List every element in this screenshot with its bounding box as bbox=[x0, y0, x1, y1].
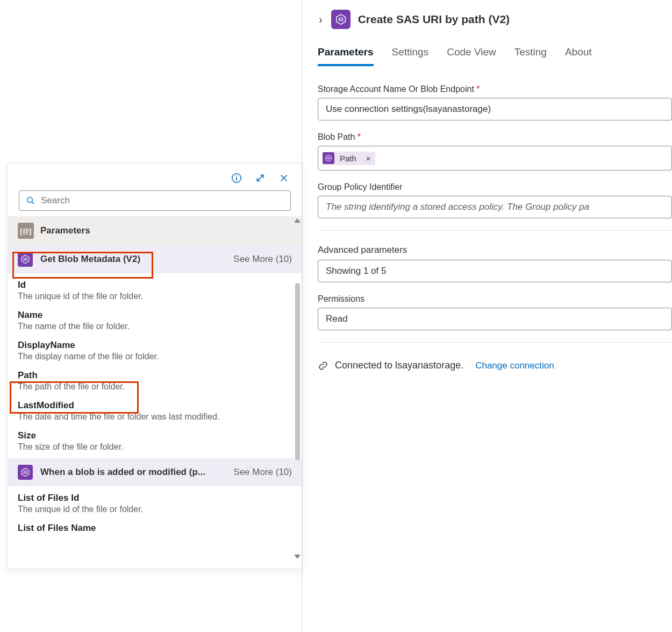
connection-text: Connected to lsayanastorage. bbox=[335, 360, 463, 371]
scroll-up-arrow-icon[interactable] bbox=[294, 218, 301, 223]
item-title: Name bbox=[18, 310, 292, 321]
token-remove-icon[interactable]: × bbox=[362, 152, 375, 165]
tab-settings[interactable]: Settings bbox=[392, 46, 429, 66]
tab-parameters[interactable]: Parameters bbox=[318, 46, 374, 66]
output-item-id[interactable]: Id The unique id of the file or folder. bbox=[8, 275, 302, 306]
item-desc: The size of the file or folder. bbox=[18, 442, 292, 452]
item-title: Id bbox=[18, 280, 292, 290]
search-input[interactable] bbox=[41, 195, 284, 206]
required-asterisk: * bbox=[476, 84, 480, 94]
scroll-down-arrow-icon[interactable] bbox=[294, 555, 301, 559]
panel-tabs: Parameters Settings Code View Testing Ab… bbox=[318, 40, 672, 66]
item-desc: The unique id of the file or folder. bbox=[18, 292, 292, 301]
field-label: Blob Path * bbox=[318, 132, 672, 142]
group-header-label: Parameters bbox=[40, 225, 90, 236]
see-more-link[interactable]: See More (10) bbox=[233, 254, 292, 265]
item-desc: The date and time the file or folder was… bbox=[18, 412, 292, 422]
item-title: Path bbox=[18, 370, 292, 381]
output-item-lastmodified[interactable]: LastModified The date and time the file … bbox=[8, 396, 302, 426]
output-item-listfiles-name[interactable]: List of Files Name bbox=[8, 519, 302, 538]
token-label: Path bbox=[334, 152, 362, 165]
field-group-policy: Group Policy Identifier bbox=[318, 182, 672, 218]
connector-icon bbox=[331, 10, 351, 29]
output-item-listfiles-id[interactable]: List of Files Id The unique id of the fi… bbox=[8, 488, 302, 519]
field-blob-path: Blob Path * Path × bbox=[318, 132, 672, 171]
output-item-size[interactable]: Size The size of the file or folder. bbox=[8, 426, 302, 456]
tab-testing[interactable]: Testing bbox=[514, 46, 547, 66]
divider bbox=[318, 342, 672, 343]
item-desc: The display name of the file or folder. bbox=[18, 352, 292, 361]
token-icon bbox=[323, 152, 334, 164]
panel-header: › Create SAS URI by path (V2) bbox=[318, 6, 672, 40]
output-item-path[interactable]: Path The path of the file or folder. bbox=[8, 366, 302, 396]
output-list-trigger: List of Files Id The unique id of the fi… bbox=[8, 486, 302, 540]
field-label: Group Policy Identifier bbox=[318, 182, 672, 192]
item-title: LastModified bbox=[18, 400, 292, 411]
picker-scrollbar[interactable] bbox=[294, 218, 301, 559]
parameters-icon: [@] bbox=[18, 223, 34, 239]
permissions-select[interactable] bbox=[318, 308, 672, 330]
section-title: Advanced parameters bbox=[318, 245, 672, 255]
group-policy-input[interactable] bbox=[318, 196, 672, 218]
item-desc: The path of the file or folder. bbox=[18, 382, 292, 392]
action-config-panel: › Create SAS URI by path (V2) Parameters… bbox=[302, 0, 672, 632]
item-title: List of Files Name bbox=[18, 523, 292, 534]
action-name: Get Blob Metadata (V2) bbox=[40, 254, 140, 265]
item-desc: The name of the file or folder. bbox=[18, 322, 292, 331]
panel-title: Create SAS URI by path (V2) bbox=[358, 13, 510, 26]
picker-topbar bbox=[8, 164, 302, 190]
info-icon[interactable] bbox=[231, 172, 242, 184]
picker-scroll-area: [@] Parameters Get Blob Metadata (V2) Se… bbox=[8, 216, 302, 561]
item-title: DisplayName bbox=[18, 340, 292, 351]
divider bbox=[318, 230, 672, 231]
see-more-link[interactable]: See More (10) bbox=[233, 467, 292, 478]
output-list-metadata: Id The unique id of the file or folder. … bbox=[8, 273, 302, 458]
dynamic-content-picker: [@] Parameters Get Blob Metadata (V2) Se… bbox=[8, 163, 302, 569]
item-desc: The unique id of the file or folder. bbox=[18, 505, 292, 514]
label-text: Storage Account Name Or Blob Endpoint bbox=[318, 84, 474, 94]
tab-about[interactable]: About bbox=[565, 46, 592, 66]
output-item-name[interactable]: Name The name of the file or folder. bbox=[8, 306, 302, 336]
change-connection-link[interactable]: Change connection bbox=[475, 360, 554, 371]
output-item-displayname[interactable]: DisplayName The display name of the file… bbox=[8, 336, 302, 366]
connection-row: Connected to lsayanastorage. Change conn… bbox=[318, 360, 672, 371]
link-icon bbox=[318, 360, 328, 371]
tab-codeview[interactable]: Code View bbox=[447, 46, 496, 66]
label-text: Blob Path bbox=[318, 132, 355, 141]
action-row-blob-trigger[interactable]: When a blob is added or modified (p... S… bbox=[8, 458, 302, 486]
advanced-params-select[interactable] bbox=[318, 260, 672, 282]
connector-icon bbox=[18, 465, 33, 480]
blob-path-input[interactable]: Path × bbox=[318, 146, 672, 171]
field-permissions: Permissions bbox=[318, 294, 672, 330]
action-name: When a blob is added or modified (p... bbox=[40, 467, 205, 478]
item-title: Size bbox=[18, 430, 292, 441]
collapse-chevron-icon[interactable]: › bbox=[318, 13, 324, 26]
required-asterisk: * bbox=[358, 132, 361, 141]
action-row-get-blob-metadata[interactable]: Get Blob Metadata (V2) See More (10) bbox=[8, 245, 302, 273]
advanced-parameters-section: Advanced parameters bbox=[318, 245, 672, 282]
storage-account-input[interactable] bbox=[318, 98, 672, 120]
field-label: Storage Account Name Or Blob Endpoint * bbox=[318, 84, 672, 94]
field-label: Permissions bbox=[318, 294, 672, 304]
dynamic-content-token[interactable]: Path × bbox=[323, 152, 375, 165]
group-header-parameters: [@] Parameters bbox=[8, 216, 302, 245]
field-storage-account: Storage Account Name Or Blob Endpoint * bbox=[318, 84, 672, 120]
search-icon bbox=[26, 196, 35, 205]
search-box[interactable] bbox=[19, 190, 291, 211]
connector-icon bbox=[18, 252, 33, 267]
scroll-thumb[interactable] bbox=[295, 283, 300, 460]
close-icon[interactable] bbox=[278, 172, 290, 184]
item-title: List of Files Id bbox=[18, 493, 292, 503]
parameters-form: Storage Account Name Or Blob Endpoint * … bbox=[318, 66, 672, 371]
expand-icon[interactable] bbox=[254, 172, 266, 184]
